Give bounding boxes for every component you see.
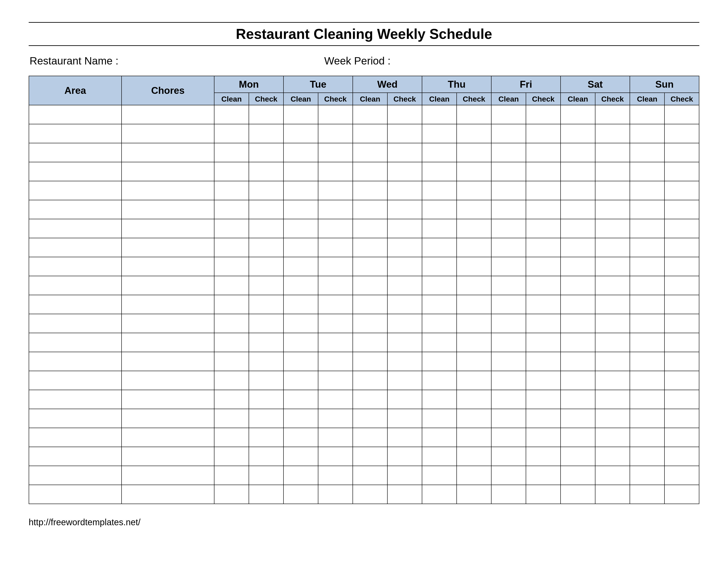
table-cell[interactable] (422, 276, 457, 295)
table-cell[interactable] (353, 314, 387, 333)
table-cell[interactable] (526, 352, 561, 371)
table-cell[interactable] (526, 200, 561, 219)
table-cell[interactable] (561, 162, 595, 181)
table-cell[interactable] (283, 257, 318, 276)
table-cell[interactable] (387, 447, 422, 466)
table-cell[interactable] (249, 257, 283, 276)
table-cell[interactable] (214, 162, 249, 181)
table-cell[interactable] (491, 352, 526, 371)
table-cell[interactable] (561, 257, 595, 276)
table-cell[interactable] (491, 276, 526, 295)
table-cell[interactable] (457, 295, 491, 314)
table-cell[interactable] (29, 105, 122, 124)
table-cell[interactable] (595, 295, 630, 314)
table-cell[interactable] (387, 124, 422, 143)
table-cell[interactable] (491, 238, 526, 257)
table-cell[interactable] (422, 409, 457, 428)
table-cell[interactable] (29, 181, 122, 200)
table-cell[interactable] (214, 314, 249, 333)
table-cell[interactable] (457, 333, 491, 352)
table-cell[interactable] (122, 105, 214, 124)
table-cell[interactable] (214, 143, 249, 162)
table-cell[interactable] (664, 238, 699, 257)
table-cell[interactable] (526, 143, 561, 162)
table-cell[interactable] (214, 466, 249, 485)
table-cell[interactable] (249, 238, 283, 257)
table-cell[interactable] (387, 390, 422, 409)
table-cell[interactable] (595, 124, 630, 143)
table-cell[interactable] (526, 257, 561, 276)
table-cell[interactable] (353, 124, 387, 143)
table-cell[interactable] (595, 181, 630, 200)
table-cell[interactable] (283, 124, 318, 143)
table-cell[interactable] (664, 162, 699, 181)
table-cell[interactable] (318, 466, 353, 485)
table-cell[interactable] (630, 295, 664, 314)
table-cell[interactable] (664, 333, 699, 352)
table-cell[interactable] (491, 181, 526, 200)
table-cell[interactable] (353, 352, 387, 371)
table-cell[interactable] (387, 200, 422, 219)
table-cell[interactable] (249, 428, 283, 447)
table-cell[interactable] (422, 124, 457, 143)
table-cell[interactable] (491, 105, 526, 124)
table-cell[interactable] (457, 409, 491, 428)
table-cell[interactable] (214, 105, 249, 124)
table-cell[interactable] (664, 428, 699, 447)
table-cell[interactable] (214, 409, 249, 428)
table-cell[interactable] (422, 238, 457, 257)
table-cell[interactable] (353, 257, 387, 276)
table-cell[interactable] (457, 390, 491, 409)
table-cell[interactable] (387, 371, 422, 390)
table-cell[interactable] (422, 333, 457, 352)
table-cell[interactable] (387, 352, 422, 371)
table-cell[interactable] (353, 143, 387, 162)
table-cell[interactable] (249, 390, 283, 409)
table-cell[interactable] (29, 276, 122, 295)
table-cell[interactable] (561, 314, 595, 333)
table-cell[interactable] (526, 181, 561, 200)
table-cell[interactable] (630, 390, 664, 409)
table-cell[interactable] (526, 124, 561, 143)
table-cell[interactable] (457, 276, 491, 295)
table-cell[interactable] (122, 428, 214, 447)
table-cell[interactable] (595, 143, 630, 162)
table-cell[interactable] (457, 143, 491, 162)
table-cell[interactable] (214, 124, 249, 143)
table-cell[interactable] (283, 352, 318, 371)
table-cell[interactable] (353, 485, 387, 504)
table-cell[interactable] (387, 162, 422, 181)
table-cell[interactable] (122, 352, 214, 371)
table-cell[interactable] (422, 162, 457, 181)
table-cell[interactable] (283, 295, 318, 314)
table-cell[interactable] (283, 409, 318, 428)
table-cell[interactable] (457, 219, 491, 238)
table-cell[interactable] (491, 390, 526, 409)
table-cell[interactable] (630, 105, 664, 124)
table-cell[interactable] (491, 428, 526, 447)
table-cell[interactable] (561, 409, 595, 428)
table-cell[interactable] (526, 447, 561, 466)
table-cell[interactable] (422, 314, 457, 333)
table-cell[interactable] (122, 466, 214, 485)
table-cell[interactable] (491, 485, 526, 504)
table-cell[interactable] (561, 295, 595, 314)
table-cell[interactable] (422, 143, 457, 162)
table-cell[interactable] (595, 409, 630, 428)
table-cell[interactable] (249, 314, 283, 333)
table-cell[interactable] (422, 105, 457, 124)
table-cell[interactable] (318, 371, 353, 390)
table-cell[interactable] (457, 371, 491, 390)
table-cell[interactable] (214, 276, 249, 295)
table-cell[interactable] (491, 162, 526, 181)
table-cell[interactable] (283, 276, 318, 295)
table-cell[interactable] (318, 276, 353, 295)
table-cell[interactable] (122, 200, 214, 219)
table-cell[interactable] (122, 333, 214, 352)
table-cell[interactable] (29, 200, 122, 219)
table-cell[interactable] (664, 295, 699, 314)
table-cell[interactable] (630, 409, 664, 428)
table-cell[interactable] (122, 485, 214, 504)
table-cell[interactable] (387, 238, 422, 257)
table-cell[interactable] (630, 219, 664, 238)
